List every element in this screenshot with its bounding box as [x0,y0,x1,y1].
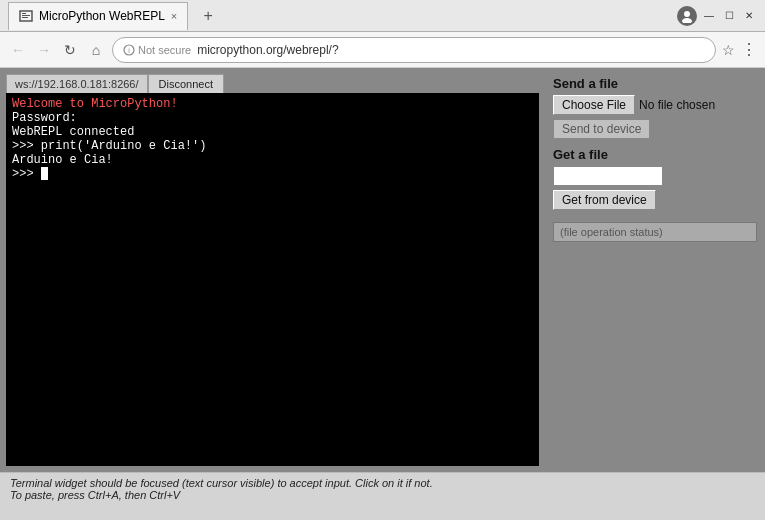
terminal-line-4: >>> print('Arduino e Cia!') [12,139,533,153]
back-btn[interactable]: ← [8,40,28,60]
no-file-label: No file chosen [639,98,715,112]
svg-rect-1 [22,13,26,14]
get-file-title: Get a file [553,147,757,162]
terminal-line-1: Welcome to MicroPython! [12,97,533,111]
terminal-line-5: Arduino e Cia! [12,153,533,167]
bookmark-btn[interactable]: ☆ [722,42,735,58]
hint-line-2: To paste, press Ctrl+A, then Ctrl+V [10,489,755,501]
disconnect-button[interactable]: Disconnect [148,74,224,93]
maximize-btn[interactable]: ☐ [721,8,737,24]
right-panel: Send a file Choose File No file chosen S… [545,68,765,472]
svg-text:i: i [128,47,130,54]
file-operation-status: (file operation status) [553,222,757,242]
new-tab-btn[interactable]: + [194,2,222,30]
terminal-cursor [41,167,48,180]
file-input-row: Choose File No file chosen [553,95,757,115]
security-indicator: i Not secure [123,44,191,56]
terminal-line-3: WebREPL connected [12,125,533,139]
close-btn[interactable]: ✕ [741,8,757,24]
titlebar: MicroPython WebREPL × + — ☐ ✕ [0,0,765,32]
get-file-section: Get a file Get from device [553,147,757,210]
browser-tab[interactable]: MicroPython WebREPL × [8,2,188,30]
terminal-panel: ws://192.168.0.181:8266/ Disconnect Welc… [0,68,545,472]
tab-close-btn[interactable]: × [171,10,177,22]
user-icon[interactable] [677,6,697,26]
addressbar: ← → ↻ ⌂ i Not secure micropython.org/web… [0,32,765,68]
terminal-line-6: >>> [12,167,533,181]
send-file-section: Send a file Choose File No file chosen S… [553,76,757,139]
titlebar-left: MicroPython WebREPL × + [8,2,222,30]
forward-btn[interactable]: → [34,40,54,60]
connection-tab[interactable]: ws://192.168.0.181:8266/ [6,74,148,93]
info-icon: i [123,44,135,56]
browser-menu-btn[interactable]: ⋮ [741,40,757,59]
send-to-device-button[interactable]: Send to device [553,119,650,139]
refresh-btn[interactable]: ↻ [60,40,80,60]
svg-point-5 [682,18,692,23]
home-btn[interactable]: ⌂ [86,40,106,60]
terminal-line-2: Password: [12,111,533,125]
terminal-output[interactable]: Welcome to MicroPython! Password: WebREP… [6,93,539,466]
url-text: micropython.org/webrepl/? [197,43,705,57]
minimize-btn[interactable]: — [701,8,717,24]
choose-file-button[interactable]: Choose File [553,95,635,115]
get-file-input[interactable] [553,166,663,186]
hint-line-1: Terminal widget should be focused (text … [10,477,755,489]
get-file-row [553,166,757,186]
send-file-title: Send a file [553,76,757,91]
svg-rect-3 [22,17,28,18]
get-from-device-button[interactable]: Get from device [553,190,656,210]
svg-rect-2 [22,15,30,16]
window-controls: — ☐ ✕ [677,6,757,26]
svg-point-4 [684,11,690,17]
main-content: ws://192.168.0.181:8266/ Disconnect Welc… [0,68,765,472]
terminal-tabs: ws://192.168.0.181:8266/ Disconnect [6,74,539,93]
tab-label: MicroPython WebREPL [39,9,165,23]
url-bar[interactable]: i Not secure micropython.org/webrepl/? [112,37,716,63]
security-label: Not secure [138,44,191,56]
bottom-bar: Terminal widget should be focused (text … [0,472,765,520]
tab-icon [19,9,33,23]
